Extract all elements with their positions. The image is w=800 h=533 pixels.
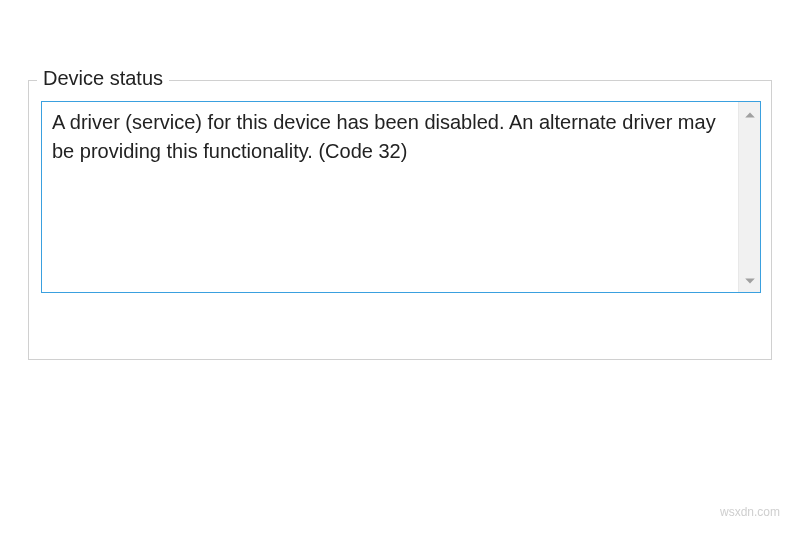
scroll-down-button[interactable]: [742, 272, 758, 288]
device-status-message: A driver (service) for this device has b…: [42, 102, 738, 292]
scroll-up-button[interactable]: [742, 106, 758, 122]
watermark-text: wsxdn.com: [720, 505, 780, 519]
chevron-down-icon: [744, 269, 756, 292]
device-status-textarea[interactable]: A driver (service) for this device has b…: [41, 101, 761, 293]
device-status-legend: Device status: [37, 67, 169, 90]
device-status-group: Device status A driver (service) for thi…: [28, 80, 772, 360]
chevron-up-icon: [744, 103, 756, 126]
scrollbar[interactable]: [738, 102, 760, 292]
